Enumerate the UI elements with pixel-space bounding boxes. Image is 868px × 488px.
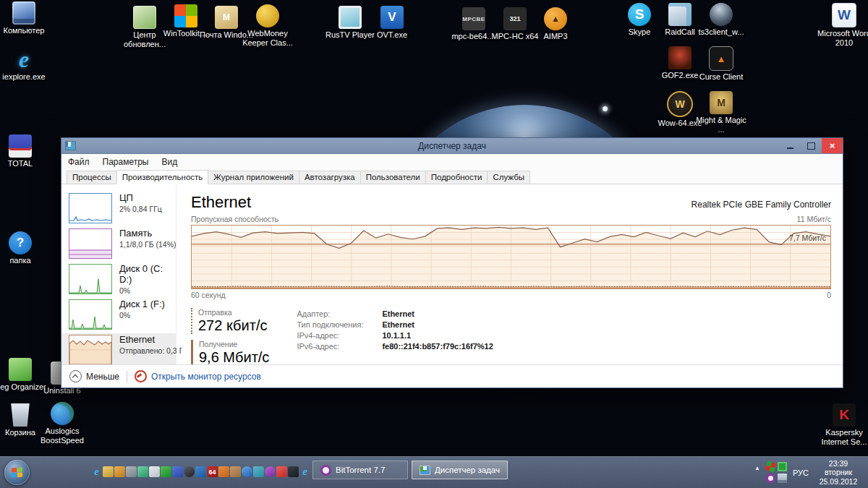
send-value: 272 кбит/с [198, 317, 269, 334]
sidebar-item-disk1[interactable]: Диск 1 (F:)0% [61, 298, 176, 332]
raidcall-icon [668, 3, 692, 26]
quicklaunch-red-white-app[interactable] [276, 466, 287, 477]
desktop: Компьютерeiexplore.exeЦентр обновлен...W… [0, 0, 868, 488]
network-throughput-chart[interactable]: 7,7 Мбит/с [191, 225, 831, 289]
status-tray-icon[interactable] [778, 462, 787, 471]
quicklaunch-internet-explorer[interactable]: e [91, 466, 102, 477]
sidebar-item-title: Память [119, 228, 176, 239]
tab-Автозагрузка[interactable]: Автозагрузка [299, 171, 361, 184]
computer-icon [12, 1, 35, 25]
sidebar-item-subtitle: 0% [119, 286, 176, 295]
desktop-icon-total[interactable]: TOTAL [0, 134, 47, 168]
quicklaunch-archive-tool[interactable] [103, 466, 114, 477]
quicklaunch-browser-globe[interactable] [242, 466, 252, 477]
taskbar-button-bittorrent[interactable]: BitTorrent 7.7 [312, 461, 408, 479]
quick-launch-bar: e64e [91, 466, 310, 477]
sidebar-item-ethernet[interactable]: EthernetОтправлено: 0,3 Прин [61, 333, 176, 367]
desktop-icon-label: Might & Magic ... [694, 116, 748, 134]
menu-item-1[interactable]: Файл [68, 157, 90, 167]
desktop-icon-iexplore[interactable]: eiexplore.exe [0, 48, 51, 82]
desktop-icon-webmoney[interactable]: WebMoney Keeper Clas... [241, 4, 294, 48]
sidebar-item-cpu[interactable]: ЦП2% 0,84 ГГц [61, 192, 176, 226]
desktop-icon-word2010[interactable]: WMicrosoft Word 2010 [817, 3, 868, 48]
quicklaunch-internet-explorer-2[interactable]: e [299, 466, 310, 477]
resource-monitor-label: Открыть монитор ресурсов [151, 372, 261, 382]
tab-Пользователи[interactable]: Пользователи [360, 171, 426, 184]
close-button[interactable]: × [822, 138, 843, 153]
quicklaunch-download-manager[interactable] [230, 466, 241, 477]
desktop-icon-might-magic[interactable]: MMight & Magic ... [694, 91, 748, 134]
memory-mini-graph [69, 228, 112, 259]
iexplore-icon: e [12, 48, 35, 71]
tab-Службы[interactable]: Службы [487, 171, 530, 184]
ethernet-mini-graph [69, 335, 112, 365]
bittorrent-icon [320, 465, 331, 476]
clock[interactable]: 23:39 вторник 25.09.2012 [814, 459, 862, 487]
quicklaunch-green-utility[interactable] [137, 466, 148, 477]
quicklaunch-photo-editor[interactable] [195, 466, 206, 477]
show-hidden-icons-button[interactable]: ▲ [754, 465, 760, 471]
receive-label: Получение [199, 340, 269, 348]
chevron-up-icon [69, 370, 82, 382]
quicklaunch-traffic-monitor[interactable] [288, 466, 299, 477]
start-button[interactable] [4, 460, 30, 485]
quicklaunch-mirc[interactable] [265, 466, 276, 477]
desktop-icon-papka[interactable]: ?папка [0, 231, 47, 265]
maximize-button[interactable] [801, 138, 822, 153]
sidebar-item-subtitle: Отправлено: 0,3 Прин [119, 346, 182, 355]
tab-Производительность[interactable]: Производительность [116, 170, 209, 184]
bittorrent-tray-icon[interactable] [766, 474, 775, 483]
wow64-icon: W [667, 91, 693, 117]
sidebar-item-subtitle: 2% 0,84 ГГц [119, 205, 162, 213]
rustv-icon [339, 6, 362, 29]
aimp3-icon: ▲ [544, 7, 567, 30]
network-tray-icon[interactable] [778, 474, 787, 483]
tab-Журнал приложений[interactable]: Журнал приложений [208, 171, 299, 184]
mpc-be-icon: MPCBE [462, 7, 485, 30]
desktop-icon-curse[interactable]: ▲Curse Client [694, 46, 748, 82]
footer-divider [127, 371, 127, 382]
window-titlebar[interactable]: Диспетчер задач × [61, 138, 843, 154]
menu-item-3[interactable]: Вид [161, 157, 177, 167]
menu-item-2[interactable]: Параметры [103, 157, 149, 167]
quicklaunch-folder-search[interactable] [114, 466, 125, 477]
quicklaunch-system-tool[interactable] [126, 466, 137, 477]
updater-tray-icon[interactable] [765, 461, 776, 472]
adapter-name: Realtek PCIe GBE Family Controller [692, 200, 831, 210]
show-less-button[interactable]: Меньше [69, 370, 119, 382]
desktop-icon-ts3client[interactable]: ts3client_w... [694, 3, 748, 37]
quicklaunch-red-64-app[interactable]: 64 [207, 466, 218, 477]
desktop-icon-label: Kaspersky Internet Se... [817, 428, 868, 447]
minimize-button[interactable] [780, 138, 801, 153]
language-indicator[interactable]: РУС [793, 468, 809, 477]
tab-Подробности[interactable]: Подробности [425, 171, 488, 184]
sidebar-item-disk0[interactable]: Диск 0 (C: D:)0% [61, 262, 176, 296]
mpc-hc-icon: 321 [503, 7, 527, 30]
clock-day: вторник [814, 468, 862, 477]
sidebar-item-subtitle: 0% [119, 311, 165, 320]
clock-date: 25.09.2012 [814, 477, 862, 487]
quicklaunch-media-player[interactable] [184, 466, 195, 477]
sidebar-item-title: Диск 1 (F:) [119, 299, 165, 310]
tab-Процессы[interactable]: Процессы [67, 171, 117, 184]
mail-windows-icon: M [215, 6, 238, 29]
quicklaunch-mediaget[interactable] [161, 466, 171, 477]
chart-annotation: 7,7 Мбит/с [789, 234, 826, 242]
sidebar-item-memory[interactable]: Память1,1/8,0 ГБ (14%) [61, 227, 176, 261]
menu-bar: ФайлПараметрыВид [61, 154, 843, 169]
taskbar-button-taskmgr[interactable]: Диспетчер задач [412, 461, 508, 479]
desktop-icon-kaspersky[interactable]: KKaspersky Internet Se... [817, 403, 868, 447]
open-resource-monitor-link[interactable]: Открыть монитор ресурсов [135, 370, 261, 382]
desktop-icon-aimp3[interactable]: ▲AIMP3 [529, 7, 582, 41]
quicklaunch-total-commander[interactable] [172, 466, 183, 477]
tab-bar: ПроцессыПроизводительностьЖурнал приложе… [61, 169, 843, 184]
cpu-mini-graph [69, 193, 112, 223]
quicklaunch-notes-app[interactable] [149, 466, 160, 477]
desktop-icon-ovt[interactable]: VOVT.exe [365, 6, 419, 40]
chart-x-right: 0 [827, 291, 831, 299]
desktop-icon-auslogics[interactable]: Auslogics BoostSpeed [35, 402, 89, 445]
ovt-icon: V [380, 6, 404, 29]
desktop-icon-computer[interactable]: Компьютер [0, 1, 51, 35]
quicklaunch-winamp[interactable] [218, 466, 229, 477]
quicklaunch-teal-app[interactable] [253, 466, 264, 477]
